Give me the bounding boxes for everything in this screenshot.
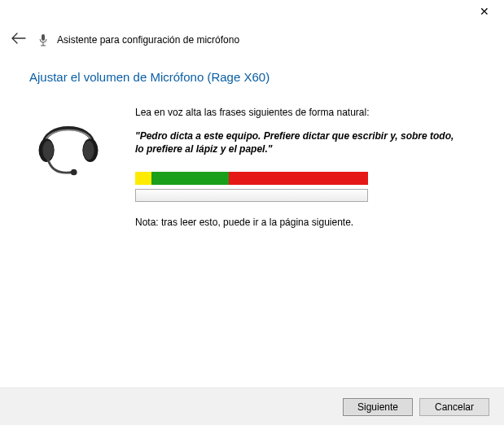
svg-point-6: [83, 141, 94, 160]
svg-point-7: [71, 169, 77, 176]
volume-range-meter: [135, 172, 368, 185]
next-button-label: Siguiente: [357, 401, 398, 413]
headset-icon: [29, 103, 107, 184]
meter-segment-yellow: [135, 172, 151, 185]
microphone-icon: [37, 33, 49, 46]
meter-segment-red: [229, 172, 368, 185]
wizard-header: Asistente para configuración de micrófon…: [8, 31, 496, 49]
back-arrow-icon[interactable]: [8, 31, 29, 49]
svg-rect-0: [42, 34, 45, 41]
wizard-footer: Siguiente Cancelar: [0, 388, 504, 425]
sample-phrase: "Pedro dicta a este equipo. Prefiere dic…: [135, 129, 488, 156]
next-button[interactable]: Siguiente: [343, 398, 413, 416]
cancel-button[interactable]: Cancelar: [419, 398, 489, 416]
close-button[interactable]: ✕: [475, 3, 494, 20]
instruction-text: Lea en voz alta las frases siguientes de…: [135, 107, 488, 118]
cancel-button-label: Cancelar: [435, 401, 474, 413]
note-text: Nota: tras leer esto, puede ir a la pági…: [135, 217, 488, 228]
wizard-title: Asistente para configuración de micrófon…: [57, 34, 239, 46]
volume-level-bar: [135, 189, 368, 202]
meter-segment-green: [151, 172, 229, 185]
page-title: Ajustar el volumen de Micrófono (Rage X6…: [29, 70, 488, 84]
svg-point-4: [42, 141, 53, 160]
